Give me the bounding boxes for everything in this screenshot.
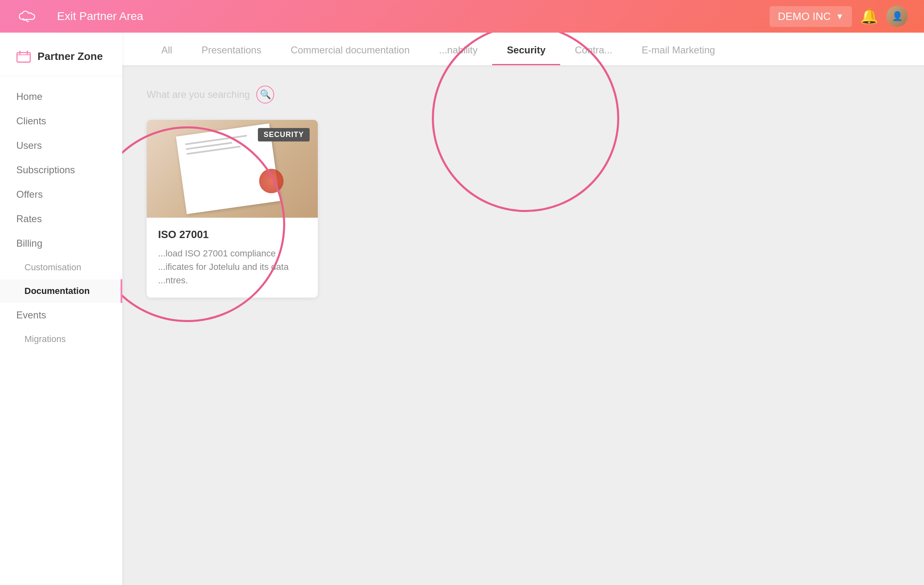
navbar: Exit Partner Area DEMO INC ▼ 🔔 👤	[0, 0, 924, 33]
sidebar-item-users[interactable]: Users	[0, 133, 122, 158]
sidebar-navigation: Home Clients Users Subscriptions Offers …	[0, 84, 122, 351]
sidebar-item-customisation[interactable]: Customisation	[0, 256, 122, 279]
search-placeholder-text: What are you searching	[147, 89, 250, 100]
sidebar-item-home[interactable]: Home	[0, 84, 122, 109]
cloud-logo-icon	[16, 8, 41, 24]
tab-email-marketing[interactable]: E-mail Marketing	[627, 44, 730, 65]
main-layout: Partner Zone Home Clients Users Subscrip…	[0, 33, 924, 585]
sidebar-item-events[interactable]: Events	[0, 303, 122, 327]
document-image-content: SECURITY	[147, 120, 318, 218]
logo-area	[16, 8, 41, 24]
sidebar-item-billing[interactable]: Billing	[0, 231, 122, 256]
search-icon: 🔍	[260, 89, 271, 100]
notifications-bell-icon[interactable]: 🔔	[860, 8, 878, 25]
document-card[interactable]: SECURITY ISO 27001 ...load ISO 27001 com…	[147, 120, 318, 298]
navbar-right: DEMO INC ▼ 🔔 👤	[770, 6, 908, 27]
sidebar: Partner Zone Home Clients Users Subscrip…	[0, 33, 122, 585]
tab-contracts[interactable]: Contra...	[560, 44, 627, 65]
tab-commercial-documentation[interactable]: Commercial documentation	[276, 44, 424, 65]
paper-line-1	[185, 135, 247, 145]
exit-partner-area-button[interactable]: Exit Partner Area	[57, 10, 143, 23]
tab-security[interactable]: Security	[492, 44, 560, 65]
content-area: What are you searching 🔍	[122, 65, 924, 318]
document-card-image: SECURITY	[147, 120, 318, 218]
sidebar-item-clients[interactable]: Clients	[0, 109, 122, 133]
svg-rect-0	[17, 53, 30, 62]
user-avatar[interactable]: 👤	[887, 6, 908, 27]
sidebar-item-rates[interactable]: Rates	[0, 207, 122, 231]
company-dropdown-arrow-icon: ▼	[836, 12, 844, 21]
sidebar-item-offers[interactable]: Offers	[0, 182, 122, 207]
sidebar-item-documentation[interactable]: Documentation	[0, 279, 122, 303]
main-content: All Presentations Commercial documentati…	[122, 33, 924, 585]
sidebar-item-migrations[interactable]: Migrations	[0, 327, 122, 351]
tab-presentations[interactable]: Presentations	[187, 44, 276, 65]
company-selector[interactable]: DEMO INC ▼	[770, 6, 852, 27]
tabs-bar: All Presentations Commercial documentati…	[122, 33, 924, 65]
search-button[interactable]: 🔍	[256, 86, 274, 104]
sidebar-header: Partner Zone	[0, 49, 122, 76]
tab-all[interactable]: All	[147, 44, 187, 65]
document-card-body: ISO 27001 ...load ISO 27001 compliance .…	[147, 218, 318, 298]
sidebar-item-subscriptions[interactable]: Subscriptions	[0, 158, 122, 182]
search-bar: What are you searching 🔍	[147, 86, 900, 104]
tab-sustainability[interactable]: ...nability	[425, 44, 493, 65]
document-card-title: ISO 27001	[158, 228, 306, 241]
document-card-description: ...load ISO 27001 compliance ...ificates…	[158, 247, 306, 287]
partner-zone-header-icon	[16, 49, 31, 64]
company-name: DEMO INC	[778, 10, 831, 23]
security-badge: SECURITY	[258, 128, 310, 141]
document-stamp-visual	[259, 169, 284, 193]
sidebar-title: Partner Zone	[37, 50, 103, 63]
